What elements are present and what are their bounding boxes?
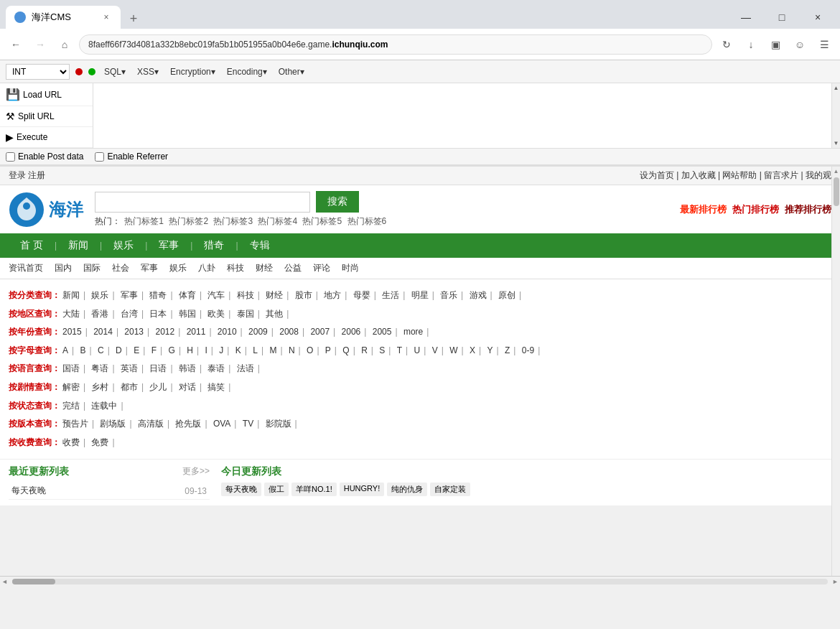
site-logo[interactable]: 海洋 (9, 192, 83, 228)
cat-military[interactable]: 军事 (121, 290, 138, 300)
int-select[interactable]: INT STRING BOOLEAN (6, 64, 70, 80)
xss-menu[interactable]: XSS▾ (134, 65, 162, 78)
scroll-down-icon[interactable]: ▼ (834, 140, 839, 146)
rank-rec[interactable]: 推荐排行榜 (785, 203, 831, 216)
letter-n[interactable]: N (289, 345, 295, 355)
bottom-scroll-right-arrow[interactable]: ► (831, 578, 840, 585)
year-2007[interactable]: 2007 (310, 327, 330, 337)
cat-ent[interactable]: 娱乐 (91, 290, 108, 300)
recent-item-title[interactable]: 每天夜晚 (9, 483, 128, 500)
split-url-button[interactable]: ⚒ Split URL (0, 106, 93, 127)
sub-nav-military[interactable]: 军事 (141, 262, 158, 274)
letter-s[interactable]: S (379, 345, 385, 355)
plot-talk[interactable]: 对话 (179, 382, 196, 392)
letter-p[interactable]: P (325, 345, 331, 355)
letter-j[interactable]: J (219, 345, 223, 355)
today-item-5[interactable]: 纯的仇身 (387, 483, 427, 496)
close-button[interactable]: × (801, 6, 834, 28)
year-2013[interactable]: 2013 (124, 327, 144, 337)
cat-life[interactable]: 生活 (382, 290, 399, 300)
status-complete[interactable]: 完结 (62, 401, 80, 411)
ver-trailer[interactable]: 预告片 (62, 419, 88, 429)
today-item-4[interactable]: HUNGRY! (340, 483, 385, 496)
today-item-1[interactable]: 每天夜晚 (221, 483, 261, 496)
nav-item-military[interactable]: 军事 (147, 233, 190, 258)
nav-item-home[interactable]: 首 页 (9, 233, 55, 258)
encryption-menu[interactable]: Encryption▾ (167, 65, 218, 78)
letter-h[interactable]: H (187, 345, 193, 355)
scroll-up-icon[interactable]: ▲ (834, 85, 839, 91)
bottom-scroll-left-arrow[interactable]: ◄ (0, 578, 9, 585)
enable-referrer-checkbox[interactable]: Enable Referrer (95, 152, 168, 162)
plot-kids[interactable]: 少儿 (149, 382, 167, 392)
forward-button[interactable]: → (30, 34, 50, 55)
back-button[interactable]: ← (6, 34, 26, 55)
recent-more-link[interactable]: 更多>> (182, 465, 210, 478)
region-jp[interactable]: 日本 (149, 309, 167, 319)
scroll-thumb[interactable] (834, 177, 839, 206)
ver-early[interactable]: 抢先版 (175, 419, 201, 429)
lang-thai[interactable]: 泰语 (207, 363, 225, 373)
year-2011[interactable]: 2011 (187, 327, 206, 337)
sub-nav-gossip[interactable]: 八卦 (198, 262, 215, 274)
screen-button[interactable]: ▣ (765, 34, 785, 55)
year-2012[interactable]: 2012 (156, 327, 175, 337)
lang-mandarin[interactable]: 国语 (62, 363, 80, 373)
active-tab[interactable]: 海洋CMS × (6, 6, 121, 29)
letter-v[interactable]: V (432, 345, 438, 355)
sub-nav-fashion[interactable]: 时尚 (342, 262, 359, 274)
letter-u[interactable]: U (414, 345, 421, 355)
hot-tag-3[interactable]: 热门标签3 (213, 216, 253, 226)
region-eu[interactable]: 欧美 (207, 309, 225, 319)
reload-button[interactable]: ↻ (717, 34, 737, 55)
hot-tag-1[interactable]: 热门标签1 (124, 216, 164, 226)
letter-w[interactable]: W (449, 345, 457, 355)
cat-auto[interactable]: 汽车 (207, 290, 225, 300)
cat-finance[interactable]: 财经 (266, 290, 283, 300)
load-url-button[interactable]: 💾 Load URL (0, 83, 93, 106)
user-button[interactable]: ☺ (790, 34, 810, 55)
ver-hd[interactable]: 高清版 (138, 419, 164, 429)
year-2005[interactable]: 2005 (373, 327, 392, 337)
region-hk[interactable]: 香港 (91, 309, 108, 319)
hackbar-textarea[interactable] (93, 83, 840, 141)
lang-korean[interactable]: 韩语 (179, 363, 196, 373)
nav-item-bizarre[interactable]: 猎奇 (192, 233, 235, 258)
rank-new[interactable]: 最新排行榜 (680, 203, 727, 216)
sub-nav-society[interactable]: 社会 (112, 262, 129, 274)
plot-comedy[interactable]: 搞笑 (207, 382, 225, 392)
login-register-links[interactable]: 登录 注册 (9, 169, 45, 182)
ver-ova[interactable]: OVA (213, 419, 230, 429)
bottom-scrollbar[interactable]: ◄ ► (0, 576, 840, 586)
status-ongoing[interactable]: 连载中 (91, 401, 117, 411)
region-kr[interactable]: 韩国 (179, 309, 196, 319)
region-th[interactable]: 泰国 (237, 309, 254, 319)
cat-baby[interactable]: 母婴 (353, 290, 370, 300)
hot-tag-5[interactable]: 热门标签5 (302, 216, 342, 226)
nav-item-album[interactable]: 专辑 (238, 233, 281, 258)
minimize-button[interactable]: — (729, 6, 762, 28)
year-2008[interactable]: 2008 (279, 327, 299, 337)
letter-m[interactable]: M (269, 345, 276, 355)
letter-09[interactable]: 0-9 (522, 345, 534, 355)
bottom-scroll-thumb[interactable] (12, 579, 55, 584)
ver-tv[interactable]: TV (243, 419, 253, 429)
other-menu[interactable]: Other▾ (276, 65, 307, 78)
ver-cinema[interactable]: 影院版 (266, 419, 291, 429)
today-item-6[interactable]: 自家定装 (430, 483, 470, 496)
year-more[interactable]: more (403, 327, 423, 337)
plot-rural[interactable]: 乡村 (91, 382, 108, 392)
cat-bizarre[interactable]: 猎奇 (149, 290, 167, 300)
letter-f[interactable]: F (151, 345, 157, 355)
hot-tag-2[interactable]: 热门标签2 (169, 216, 208, 226)
letter-q[interactable]: Q (342, 345, 349, 355)
page-scrollbar[interactable]: ▲ (831, 167, 840, 576)
search-button[interactable]: 搜索 (316, 191, 359, 213)
year-2015[interactable]: 2015 (62, 327, 82, 337)
letter-a[interactable]: A (62, 345, 68, 355)
sql-menu[interactable]: SQL▾ (101, 65, 129, 78)
letter-t[interactable]: T (397, 345, 402, 355)
lang-english[interactable]: 英语 (121, 363, 138, 373)
plot-city[interactable]: 都市 (121, 382, 138, 392)
letter-g[interactable]: G (169, 345, 175, 355)
